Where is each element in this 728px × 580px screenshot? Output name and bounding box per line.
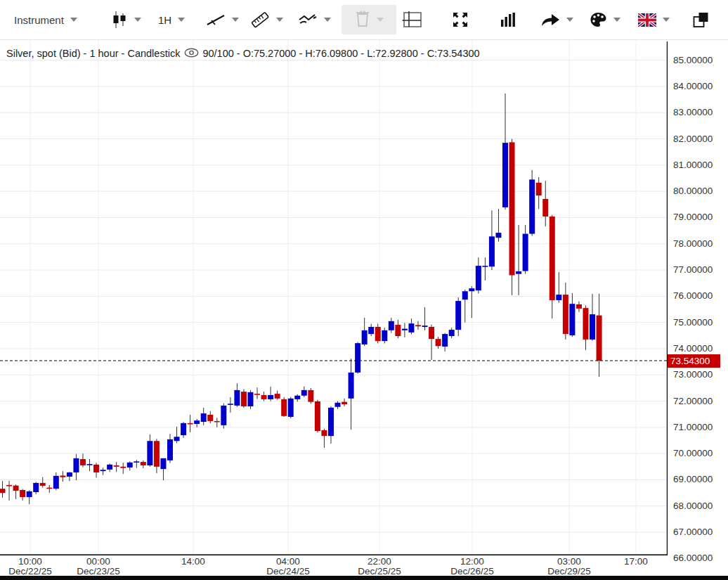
date-axis-label: Dec/25/25: [346, 566, 413, 576]
candle-body: [469, 288, 474, 291]
candle-body: [294, 396, 300, 399]
candle-body: [436, 339, 441, 346]
chart-ohlc-stats: 90/100 - O:75.27000 - H:76.09800 - L:72.…: [202, 48, 479, 59]
candle-body: [33, 483, 39, 492]
candle-body: [73, 458, 79, 472]
date-axis-label: Dec/24/25: [254, 566, 322, 576]
price-axis-label: 73.00000: [673, 369, 727, 380]
bottom-scrollbar[interactable]: [0, 576, 728, 580]
timeframe-dropdown[interactable]: 1H: [158, 4, 185, 35]
crosshair-grid-button[interactable]: [402, 4, 423, 35]
candle-body: [349, 373, 354, 399]
fullscreen-button[interactable]: [453, 4, 468, 35]
price-axis-label: 74.00000: [673, 343, 727, 354]
candle-body: [529, 179, 535, 233]
candle-body: [583, 308, 588, 340]
volume-button[interactable]: [500, 4, 516, 35]
price-axis-label: 76.00000: [673, 290, 727, 302]
candle-body: [188, 423, 193, 425]
price-axis-label: 69.00000: [673, 474, 727, 485]
candle-body: [597, 316, 602, 361]
candlestick-chart: [0, 39, 668, 555]
candlestick-chart-icon: [111, 11, 128, 29]
ruler-icon: [250, 11, 270, 29]
candle-body: [489, 236, 495, 266]
price-axis-label: 78.00000: [673, 238, 727, 250]
indicator-dropdown[interactable]: [298, 4, 331, 35]
candle-body: [261, 395, 267, 399]
chart-title: Silver, spot (Bid) - 1 hour - Candlestic…: [6, 46, 480, 60]
candle-body: [20, 490, 25, 497]
candle-body: [93, 465, 99, 472]
chart-type-dropdown[interactable]: [111, 4, 141, 35]
share-dropdown[interactable]: [540, 4, 573, 35]
candle-body: [214, 421, 220, 423]
chart-canvas[interactable]: [0, 39, 668, 555]
chevron-down-icon: [178, 18, 185, 22]
toolbar: Instrument 1H: [0, 0, 728, 40]
time-axis-label: 04:00: [254, 556, 322, 567]
chevron-down-icon: [276, 18, 283, 22]
candle-body: [355, 343, 360, 373]
date-axis-label: Dec/29/25: [535, 566, 603, 576]
delete-drawings-button[interactable]: [342, 5, 396, 34]
candle-body: [542, 199, 548, 217]
candle-body: [167, 439, 173, 460]
time-axis-label: 22:00: [346, 556, 413, 567]
eye-icon[interactable]: [184, 48, 199, 60]
candle-body: [80, 459, 86, 465]
candle-body: [422, 326, 428, 327]
price-axis-label: 68.00000: [673, 501, 727, 512]
candle-body: [27, 491, 32, 497]
instrument-label: Instrument: [14, 14, 64, 26]
indicator-icon: [298, 12, 318, 27]
candle-body: [389, 321, 394, 330]
candle-body: [315, 401, 320, 431]
candle-body: [154, 441, 160, 467]
time-axis-label: 12:00: [438, 556, 506, 567]
chevron-down-icon: [377, 18, 384, 22]
price-axis-label: 81.00000: [673, 160, 727, 171]
time-axis-label: 10:00: [0, 556, 64, 567]
candle-body: [502, 143, 508, 207]
candle-body: [342, 402, 347, 404]
uk-flag-icon: [638, 13, 656, 27]
current-price-badge: 73.54300: [668, 354, 720, 368]
candle-body: [234, 390, 240, 406]
measure-tool-dropdown[interactable]: [250, 4, 283, 35]
fullscreen-expand-icon: [453, 12, 468, 27]
chevron-down-icon: [566, 18, 573, 22]
candle-body: [495, 233, 501, 238]
candle-body: [288, 399, 294, 417]
candle-body: [442, 334, 448, 347]
time-axis-label: 00:00: [65, 556, 132, 567]
candle-body: [509, 142, 515, 275]
instrument-dropdown[interactable]: Instrument: [14, 4, 77, 35]
candle-body: [181, 423, 186, 435]
candle-body: [476, 266, 481, 290]
price-axis-label: 84.00000: [673, 81, 727, 92]
candle-body: [201, 413, 207, 422]
candle-body: [368, 327, 374, 334]
overlapping-windows-icon: [692, 11, 710, 29]
language-dropdown[interactable]: [638, 4, 670, 35]
candle-body: [247, 392, 253, 406]
candle-body: [563, 295, 568, 334]
candle-body: [107, 465, 112, 470]
price-axis-label: 72.00000: [673, 396, 727, 407]
new-window-button[interactable]: [692, 4, 710, 35]
price-axis[interactable]: 85.0000084.0000083.0000082.0000081.00000…: [668, 39, 728, 555]
chevron-down-icon: [613, 18, 620, 22]
candle-body: [100, 470, 106, 471]
trendline-tool-dropdown[interactable]: [206, 4, 239, 35]
date-axis-label: Dec/23/25: [65, 566, 132, 576]
time-axis[interactable]: 10:00Dec/22/2500:00Dec/23/2514:0004:00De…: [0, 556, 668, 577]
candle-body: [576, 304, 582, 309]
candle-body: [429, 327, 434, 339]
chevron-down-icon: [70, 18, 77, 22]
time-axis-label: 17:00: [602, 556, 670, 567]
candle-body: [415, 325, 421, 326]
theme-dropdown[interactable]: [590, 4, 620, 35]
candle-body: [221, 406, 226, 425]
candle-body: [281, 399, 287, 416]
